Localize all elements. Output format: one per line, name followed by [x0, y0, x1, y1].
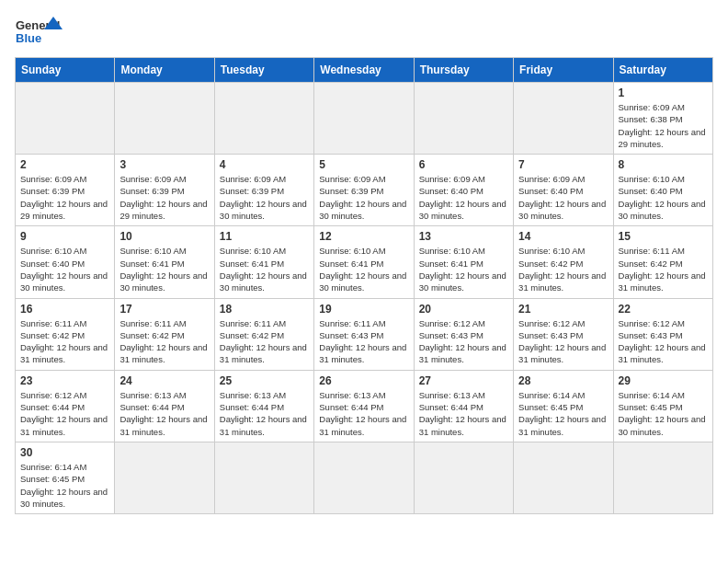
day-number: 17 — [119, 303, 209, 316]
day-cell-13: 13Sunrise: 6:10 AMSunset: 6:41 PMDayligh… — [414, 226, 513, 298]
day-cell-3: 3Sunrise: 6:09 AMSunset: 6:39 PMDaylight… — [115, 155, 214, 226]
day-cell-empty — [16, 83, 115, 155]
day-info: Sunrise: 6:14 AMSunset: 6:45 PMDaylight:… — [20, 461, 109, 510]
day-info: Sunrise: 6:12 AMSunset: 6:43 PMDaylight:… — [419, 317, 508, 366]
day-info: Sunrise: 6:14 AMSunset: 6:45 PMDaylight:… — [518, 389, 608, 438]
weekday-header-sunday: Sunday — [16, 58, 115, 83]
day-cell-22: 22Sunrise: 6:12 AMSunset: 6:43 PMDayligh… — [613, 298, 712, 370]
day-cell-21: 21Sunrise: 6:12 AMSunset: 6:43 PMDayligh… — [514, 298, 613, 370]
day-info: Sunrise: 6:12 AMSunset: 6:43 PMDaylight:… — [619, 317, 708, 366]
week-row-2: 2Sunrise: 6:09 AMSunset: 6:39 PMDaylight… — [16, 155, 713, 226]
day-cell-20: 20Sunrise: 6:12 AMSunset: 6:43 PMDayligh… — [414, 298, 513, 370]
day-info: Sunrise: 6:10 AMSunset: 6:42 PMDaylight:… — [518, 245, 608, 293]
day-number: 28 — [518, 374, 608, 387]
day-cell-30: 30Sunrise: 6:14 AMSunset: 6:45 PMDayligh… — [16, 442, 115, 513]
weekday-header-wednesday: Wednesday — [314, 58, 414, 83]
day-cell-empty — [115, 442, 214, 513]
day-number: 30 — [20, 446, 109, 459]
week-row-3: 9Sunrise: 6:10 AMSunset: 6:40 PMDaylight… — [16, 226, 713, 298]
day-cell-empty — [514, 442, 613, 513]
day-cell-16: 16Sunrise: 6:11 AMSunset: 6:42 PMDayligh… — [16, 298, 115, 370]
day-cell-1: 1Sunrise: 6:09 AMSunset: 6:38 PMDaylight… — [613, 83, 712, 155]
day-cell-29: 29Sunrise: 6:14 AMSunset: 6:45 PMDayligh… — [613, 370, 712, 442]
day-info: Sunrise: 6:13 AMSunset: 6:44 PMDaylight:… — [419, 389, 508, 438]
day-cell-19: 19Sunrise: 6:11 AMSunset: 6:43 PMDayligh… — [314, 298, 414, 370]
weekday-header-row: SundayMondayTuesdayWednesdayThursdayFrid… — [16, 58, 713, 83]
day-number: 15 — [619, 230, 708, 243]
day-info: Sunrise: 6:11 AMSunset: 6:42 PMDaylight:… — [220, 317, 309, 366]
day-info: Sunrise: 6:09 AMSunset: 6:39 PMDaylight:… — [20, 173, 109, 222]
day-number: 14 — [518, 230, 608, 243]
weekday-header-thursday: Thursday — [414, 58, 513, 83]
day-cell-8: 8Sunrise: 6:10 AMSunset: 6:40 PMDaylight… — [613, 155, 712, 226]
week-row-6: 30Sunrise: 6:14 AMSunset: 6:45 PMDayligh… — [16, 442, 713, 513]
day-number: 18 — [220, 303, 309, 316]
day-number: 1 — [619, 86, 708, 99]
day-cell-12: 12Sunrise: 6:10 AMSunset: 6:41 PMDayligh… — [314, 226, 414, 298]
day-info: Sunrise: 6:09 AMSunset: 6:39 PMDaylight:… — [220, 173, 309, 222]
day-cell-18: 18Sunrise: 6:11 AMSunset: 6:42 PMDayligh… — [214, 298, 313, 370]
day-cell-25: 25Sunrise: 6:13 AMSunset: 6:44 PMDayligh… — [214, 370, 313, 442]
day-info: Sunrise: 6:12 AMSunset: 6:44 PMDaylight:… — [20, 389, 109, 438]
day-cell-2: 2Sunrise: 6:09 AMSunset: 6:39 PMDaylight… — [16, 155, 115, 226]
day-number: 29 — [619, 374, 708, 387]
week-row-4: 16Sunrise: 6:11 AMSunset: 6:42 PMDayligh… — [16, 298, 713, 370]
day-info: Sunrise: 6:09 AMSunset: 6:39 PMDaylight:… — [319, 173, 408, 222]
day-cell-empty — [414, 83, 513, 155]
day-number: 27 — [419, 374, 508, 387]
day-info: Sunrise: 6:10 AMSunset: 6:40 PMDaylight:… — [20, 245, 109, 293]
day-cell-28: 28Sunrise: 6:14 AMSunset: 6:45 PMDayligh… — [514, 370, 613, 442]
day-cell-26: 26Sunrise: 6:13 AMSunset: 6:44 PMDayligh… — [314, 370, 414, 442]
week-row-5: 23Sunrise: 6:12 AMSunset: 6:44 PMDayligh… — [16, 370, 713, 442]
day-cell-14: 14Sunrise: 6:10 AMSunset: 6:42 PMDayligh… — [514, 226, 613, 298]
day-info: Sunrise: 6:12 AMSunset: 6:43 PMDaylight:… — [518, 317, 608, 366]
day-cell-7: 7Sunrise: 6:09 AMSunset: 6:40 PMDaylight… — [514, 155, 613, 226]
day-info: Sunrise: 6:10 AMSunset: 6:41 PMDaylight:… — [419, 245, 508, 293]
day-cell-17: 17Sunrise: 6:11 AMSunset: 6:42 PMDayligh… — [115, 298, 214, 370]
day-info: Sunrise: 6:13 AMSunset: 6:44 PMDaylight:… — [319, 389, 408, 438]
day-cell-6: 6Sunrise: 6:09 AMSunset: 6:40 PMDaylight… — [414, 155, 513, 226]
day-cell-empty — [514, 83, 613, 155]
day-number: 4 — [220, 158, 309, 171]
day-info: Sunrise: 6:11 AMSunset: 6:42 PMDaylight:… — [119, 317, 209, 366]
day-cell-27: 27Sunrise: 6:13 AMSunset: 6:44 PMDayligh… — [414, 370, 513, 442]
day-cell-empty — [115, 83, 214, 155]
logo: General Blue — [15, 15, 63, 50]
day-cell-24: 24Sunrise: 6:13 AMSunset: 6:44 PMDayligh… — [115, 370, 214, 442]
day-info: Sunrise: 6:09 AMSunset: 6:40 PMDaylight:… — [419, 173, 508, 222]
day-number: 22 — [619, 303, 708, 316]
day-number: 9 — [20, 230, 109, 243]
day-cell-23: 23Sunrise: 6:12 AMSunset: 6:44 PMDayligh… — [16, 370, 115, 442]
day-number: 8 — [619, 158, 708, 171]
day-cell-15: 15Sunrise: 6:11 AMSunset: 6:42 PMDayligh… — [613, 226, 712, 298]
day-info: Sunrise: 6:13 AMSunset: 6:44 PMDaylight:… — [119, 389, 209, 438]
day-info: Sunrise: 6:13 AMSunset: 6:44 PMDaylight:… — [220, 389, 309, 438]
weekday-header-tuesday: Tuesday — [214, 58, 313, 83]
day-info: Sunrise: 6:09 AMSunset: 6:40 PMDaylight:… — [518, 173, 608, 222]
day-number: 19 — [319, 303, 408, 316]
day-info: Sunrise: 6:11 AMSunset: 6:42 PMDaylight:… — [619, 245, 708, 293]
weekday-header-friday: Friday — [514, 58, 613, 83]
day-number: 11 — [220, 230, 309, 243]
day-cell-empty — [414, 442, 513, 513]
day-cell-empty — [314, 83, 414, 155]
day-number: 13 — [419, 230, 508, 243]
day-cell-empty — [214, 83, 313, 155]
day-number: 5 — [319, 158, 408, 171]
day-cell-empty — [613, 442, 712, 513]
weekday-header-saturday: Saturday — [613, 58, 712, 83]
day-info: Sunrise: 6:09 AMSunset: 6:38 PMDaylight:… — [619, 101, 708, 150]
day-number: 20 — [419, 303, 508, 316]
day-number: 21 — [518, 303, 608, 316]
day-number: 7 — [518, 158, 608, 171]
week-row-1: 1Sunrise: 6:09 AMSunset: 6:38 PMDaylight… — [16, 83, 713, 155]
svg-text:Blue: Blue — [16, 31, 41, 45]
day-cell-9: 9Sunrise: 6:10 AMSunset: 6:40 PMDaylight… — [16, 226, 115, 298]
day-number: 16 — [20, 303, 109, 316]
day-cell-empty — [214, 442, 313, 513]
day-number: 12 — [319, 230, 408, 243]
day-info: Sunrise: 6:10 AMSunset: 6:41 PMDaylight:… — [220, 245, 309, 293]
day-cell-empty — [314, 442, 414, 513]
day-number: 6 — [419, 158, 508, 171]
day-number: 2 — [20, 158, 109, 171]
